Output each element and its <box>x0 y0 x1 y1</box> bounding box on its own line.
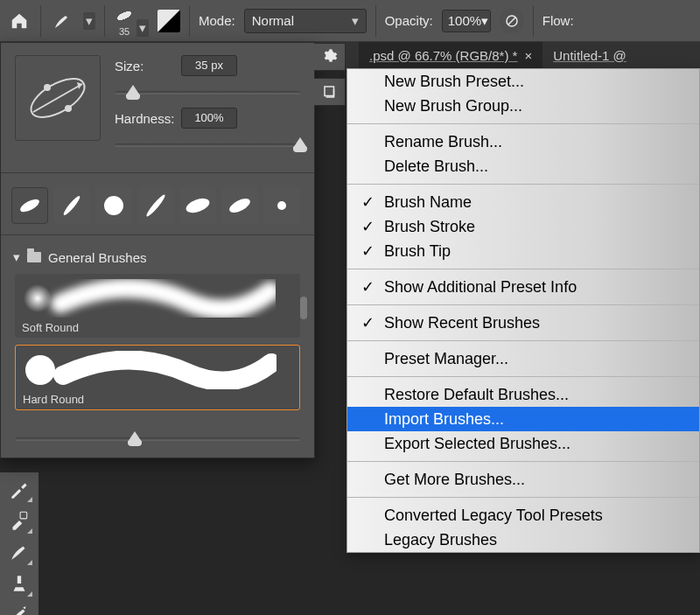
menu-separator <box>347 461 699 462</box>
divider <box>533 5 534 37</box>
divider <box>104 5 105 37</box>
menu-item[interactable]: Show Recent Brushes <box>347 311 699 335</box>
hardness-field[interactable]: 100% <box>181 108 237 129</box>
svg-point-9 <box>62 194 82 216</box>
brush-tip-icon <box>110 2 138 30</box>
chevron-down-icon[interactable]: ▾ <box>83 12 95 30</box>
recent-brush[interactable] <box>95 187 132 224</box>
hardness-label: Hardness: <box>115 111 181 126</box>
home-icon[interactable] <box>7 9 32 33</box>
mode-select[interactable]: Normal ▾ <box>244 9 367 33</box>
brush-panel-context-menu: New Brush Preset...New Brush Group...Ren… <box>346 68 700 553</box>
menu-separator <box>347 304 699 305</box>
recent-brushes-row <box>1 182 314 231</box>
eyedropper-tool-icon[interactable] <box>8 478 31 500</box>
svg-point-12 <box>184 196 211 216</box>
menu-item[interactable]: New Brush Preset... <box>347 69 699 94</box>
document-tab-name: Untitled-1 @ <box>553 48 626 63</box>
flow-label: Flow: <box>542 13 574 28</box>
menu-item[interactable]: Brush Tip <box>347 239 699 263</box>
size-field[interactable]: 35 px <box>181 55 237 76</box>
opacity-value: 100% <box>448 13 481 28</box>
svg-point-13 <box>228 196 253 216</box>
menu-item[interactable]: Preset Manager... <box>347 346 699 371</box>
healing-brush-tool-icon[interactable] <box>8 509 31 532</box>
opacity-field[interactable]: 100% ▾ <box>442 10 491 32</box>
svg-point-8 <box>18 197 41 214</box>
recent-brush[interactable] <box>221 187 258 224</box>
svg-rect-1 <box>20 512 27 519</box>
brush-group-header[interactable]: ▾ General Brushes <box>1 244 314 269</box>
brush-preset-soft-round[interactable]: Soft Round <box>15 274 300 338</box>
brush-preset-hard-round[interactable]: Hard Round <box>15 345 300 410</box>
tool-preset-picker[interactable] <box>50 9 74 33</box>
menu-separator <box>347 340 699 341</box>
divider <box>375 5 376 37</box>
divider <box>189 5 190 37</box>
recent-brush[interactable] <box>137 187 174 224</box>
brush-tool-icon[interactable] <box>8 541 31 563</box>
menu-item[interactable]: Import Brushes... <box>347 407 699 431</box>
pressure-opacity-icon[interactable] <box>500 9 524 33</box>
size-label: Size: <box>115 59 181 73</box>
svg-line-4 <box>33 84 82 112</box>
brush-preset-panel: Size: 35 px Hardness: 100% ▾ General B <box>0 42 315 458</box>
menu-separator <box>347 497 699 498</box>
new-preset-button[interactable] <box>314 78 346 106</box>
menu-item[interactable]: Brush Stroke <box>347 214 699 239</box>
scrollbar-thumb[interactable] <box>300 297 307 319</box>
panel-menu-button[interactable] <box>314 43 346 71</box>
folder-icon <box>27 252 41 262</box>
document-tab-name: .psd @ 66.7% (RGB/8*) * <box>369 48 517 63</box>
document-tab[interactable]: Untitled-1 @ <box>542 42 637 68</box>
menu-item[interactable]: Show Additional Preset Info <box>347 275 699 299</box>
hardness-slider[interactable] <box>115 137 300 153</box>
svg-rect-2 <box>325 87 334 96</box>
svg-point-16 <box>25 355 55 385</box>
brush-preset-picker[interactable]: 35 ▾ <box>114 5 149 37</box>
menu-item[interactable]: Delete Brush... <box>347 154 699 178</box>
divider <box>40 5 41 37</box>
svg-point-11 <box>144 193 166 218</box>
clone-stamp-tool-icon[interactable] <box>8 572 31 595</box>
recent-brush[interactable] <box>11 187 48 224</box>
opacity-label: Opacity: <box>385 13 433 28</box>
close-icon[interactable]: × <box>524 48 532 63</box>
menu-item[interactable]: Rename Brush... <box>347 129 699 154</box>
mode-value: Normal <box>252 13 294 28</box>
svg-point-15 <box>24 284 52 312</box>
recent-brush[interactable] <box>263 187 300 224</box>
menu-item[interactable]: Converted Legacy Tool Presets <box>347 503 699 528</box>
menu-separator <box>347 123 699 124</box>
tool-strip <box>0 472 38 615</box>
chevron-down-icon: ▾ <box>352 13 359 29</box>
menu-item[interactable]: Brush Name <box>347 190 699 214</box>
menu-item[interactable]: Restore Default Brushes... <box>347 382 699 407</box>
brush-angle-control[interactable] <box>15 55 101 141</box>
size-slider[interactable] <box>115 85 300 101</box>
chevron-down-icon[interactable]: ▾ <box>136 19 149 37</box>
svg-point-14 <box>277 201 286 210</box>
document-tab[interactable]: .psd @ 66.7% (RGB/8*) * × <box>359 42 542 68</box>
history-brush-tool-icon[interactable] <box>8 604 31 615</box>
svg-point-10 <box>104 196 123 215</box>
menu-separator <box>347 184 699 185</box>
menu-separator <box>347 376 699 377</box>
menu-item[interactable]: New Brush Group... <box>347 94 699 118</box>
preview-size-slider[interactable] <box>15 431 300 447</box>
menu-item[interactable]: Legacy Brushes <box>347 528 699 552</box>
menu-separator <box>347 269 699 269</box>
chevron-down-icon: ▾ <box>481 13 488 29</box>
mode-label: Mode: <box>199 13 235 28</box>
recent-brush[interactable] <box>179 187 216 224</box>
brush-size-indicator: 35 <box>119 26 130 37</box>
options-bar: ▾ 35 ▾ Mode: Normal ▾ Opacity: 100% ▾ Fl… <box>0 0 700 42</box>
recent-brush[interactable] <box>53 187 90 224</box>
menu-item[interactable]: Get More Brushes... <box>347 467 699 492</box>
brush-preset-label: Hard Round <box>23 393 292 406</box>
svg-point-7 <box>65 105 72 112</box>
brush-settings-toggle-icon[interactable] <box>158 10 180 32</box>
svg-point-6 <box>44 84 51 91</box>
menu-item[interactable]: Export Selected Brushes... <box>347 431 699 456</box>
chevron-down-icon: ▾ <box>13 249 20 265</box>
